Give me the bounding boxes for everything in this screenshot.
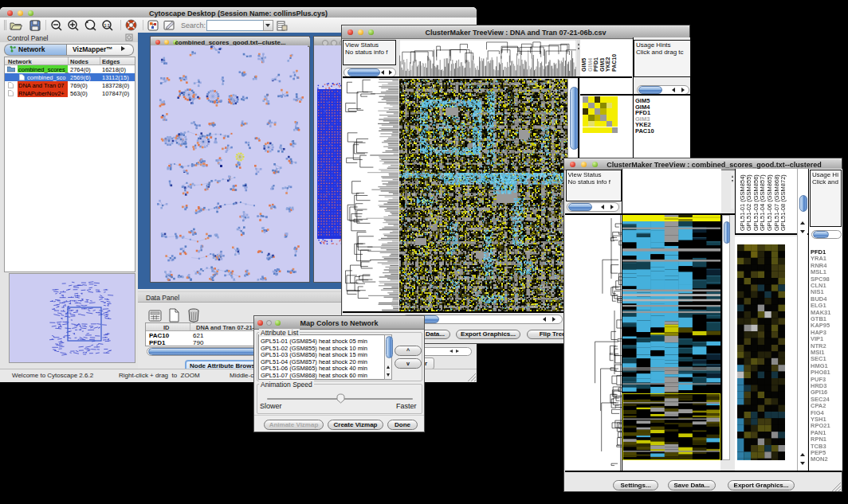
svg-text:1:1: 1:1 bbox=[104, 23, 110, 28]
